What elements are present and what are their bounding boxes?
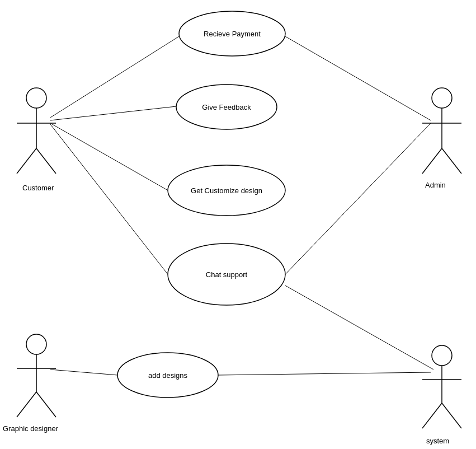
use-case-chat-label: Chat support [206,270,248,279]
svg-line-14 [36,392,56,417]
line-designer-add-designs [50,370,117,375]
actor-graphic-designer: Graphic designer [3,334,59,433]
svg-line-9 [442,148,461,174]
line-system-add-designs [218,372,431,375]
line-admin-receive-payment [285,36,431,120]
use-case-give-feedback-label: Give Feedback [202,103,251,111]
actor-customer-label: Customer [22,184,54,192]
line-customer-receive-payment [50,36,179,118]
actor-system: system [422,345,461,445]
svg-line-4 [36,148,56,174]
actor-customer: Customer [17,88,56,192]
use-case-add-designs-label: add designs [148,371,188,380]
line-customer-give-feedback [50,106,176,120]
svg-point-0 [26,88,46,108]
svg-line-18 [422,403,442,428]
svg-point-10 [26,334,46,354]
svg-point-5 [432,88,452,108]
actor-admin: Admin [422,88,461,189]
line-admin-chat [285,123,431,274]
use-case-receive-payment-label: Recieve Payment [204,30,261,38]
svg-line-3 [17,148,36,174]
line-customer-customize [50,123,168,190]
actor-graphic-designer-label: Graphic designer [3,424,59,433]
line-customer-chat [50,124,168,274]
line-system-chat [285,286,433,370]
actor-system-label: system [426,437,449,445]
svg-line-13 [17,392,36,417]
actor-admin-label: Admin [425,181,446,189]
use-case-customize-label: Get Customize design [191,186,262,195]
svg-line-8 [422,148,442,174]
svg-line-19 [442,403,461,428]
svg-point-15 [432,345,452,366]
